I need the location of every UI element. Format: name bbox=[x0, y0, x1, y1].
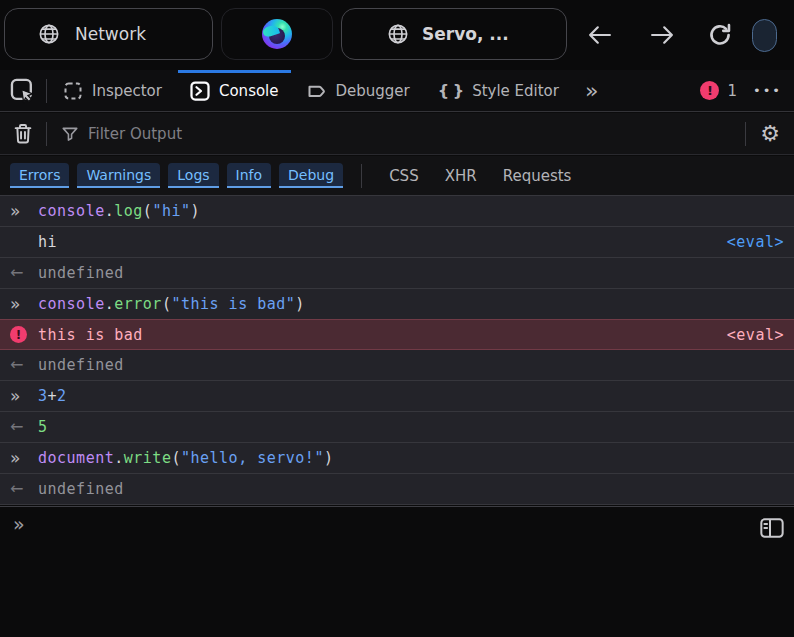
code-token: . bbox=[114, 449, 124, 467]
separator bbox=[46, 79, 47, 103]
node-picker-icon bbox=[10, 78, 36, 104]
console-result-row: ← undefined bbox=[0, 350, 794, 381]
code-token: ) bbox=[191, 202, 201, 220]
forward-button[interactable] bbox=[644, 19, 680, 51]
command-prompt-icon: » bbox=[10, 388, 20, 405]
filter-placeholder: Filter Output bbox=[88, 125, 182, 143]
console-input-area[interactable]: » bbox=[0, 506, 794, 637]
code-token: 2 bbox=[57, 387, 67, 405]
console-command-row: » 3+2 bbox=[0, 381, 794, 412]
tab-label: Style Editor bbox=[472, 82, 559, 100]
tab-label: Servo, ... bbox=[422, 24, 509, 44]
meatball-menu-button[interactable]: ••• bbox=[753, 83, 782, 98]
separator bbox=[361, 164, 362, 188]
return-arrow-icon: ← bbox=[10, 265, 23, 281]
filter-warnings[interactable]: Warnings bbox=[77, 163, 160, 188]
filter-xhr[interactable]: XHR bbox=[436, 167, 486, 185]
code-token: error bbox=[114, 295, 162, 313]
console-log-row: hi <eval> bbox=[0, 227, 794, 258]
back-arrow-icon bbox=[585, 24, 615, 46]
code-token: ( bbox=[162, 295, 172, 313]
separator bbox=[46, 122, 47, 146]
debugger-icon bbox=[307, 81, 327, 101]
tab-debugger[interactable]: Debugger bbox=[295, 70, 422, 111]
reload-icon bbox=[707, 22, 733, 48]
source-location-link[interactable]: <eval> bbox=[727, 233, 784, 251]
split-console-button[interactable] bbox=[760, 507, 794, 539]
return-arrow-icon: ← bbox=[10, 481, 23, 497]
filter-requests[interactable]: Requests bbox=[494, 167, 581, 185]
error-count: 1 bbox=[727, 82, 737, 100]
funnel-icon bbox=[61, 125, 79, 143]
error-count-badge[interactable]: ! bbox=[700, 81, 719, 100]
console-error-row: ! this is bad <eval> bbox=[0, 319, 794, 350]
gear-icon: ⚙ bbox=[760, 123, 780, 145]
console-result-row: ← undefined bbox=[0, 474, 794, 505]
filter-output-input[interactable]: Filter Output bbox=[61, 125, 745, 143]
command-prompt-icon: » bbox=[10, 203, 20, 220]
globe-icon bbox=[38, 23, 60, 45]
inspector-icon bbox=[63, 81, 83, 101]
avatar-button[interactable] bbox=[752, 19, 777, 52]
clear-console-button[interactable] bbox=[0, 123, 46, 145]
code-token: write bbox=[124, 449, 172, 467]
code-token: . bbox=[105, 295, 115, 313]
code-token: "hello, servo!" bbox=[181, 449, 324, 467]
console-command-row: » console.error("this is bad") bbox=[0, 289, 794, 320]
return-arrow-icon: ← bbox=[10, 357, 23, 373]
reload-button[interactable] bbox=[702, 19, 738, 51]
result-value: undefined bbox=[38, 480, 124, 498]
sidebar-toggle-icon bbox=[760, 517, 784, 539]
filter-css[interactable]: CSS bbox=[380, 167, 428, 185]
code-token: "hi" bbox=[152, 202, 190, 220]
forward-arrow-icon bbox=[647, 24, 677, 46]
tab-inspector[interactable]: Inspector bbox=[51, 70, 174, 111]
code-token: . bbox=[105, 202, 115, 220]
settings-gear-button[interactable]: ⚙ bbox=[746, 123, 794, 145]
code-token: console bbox=[38, 202, 105, 220]
error-icon: ! bbox=[10, 326, 27, 343]
return-arrow-icon: ← bbox=[10, 419, 23, 435]
filter-logs[interactable]: Logs bbox=[168, 163, 218, 188]
filter-errors[interactable]: Errors bbox=[10, 163, 69, 188]
tab-label: Inspector bbox=[92, 82, 162, 100]
result-value: undefined bbox=[38, 264, 124, 282]
browser-chrome: Network Servo, ... bbox=[0, 0, 794, 70]
devtools-window: Network Servo, ... bbox=[0, 0, 794, 637]
error-message: this is bad bbox=[38, 326, 143, 344]
filter-debug[interactable]: Debug bbox=[279, 163, 343, 188]
filter-info[interactable]: Info bbox=[227, 163, 272, 188]
input-prompt-icon: » bbox=[0, 507, 25, 534]
log-message: hi bbox=[38, 233, 57, 251]
code-token: ) bbox=[295, 295, 305, 313]
log-level-filter-row: Errors Warnings Logs Info Debug CSS XHR … bbox=[0, 156, 794, 196]
trash-icon bbox=[13, 123, 33, 145]
console-icon bbox=[190, 81, 210, 101]
tab-label: Debugger bbox=[336, 82, 410, 100]
node-picker-button[interactable] bbox=[0, 78, 46, 104]
result-value: undefined bbox=[38, 356, 124, 374]
console-output: » console.log("hi") hi <eval> ← undefine… bbox=[0, 196, 794, 505]
code-token: 3 bbox=[38, 387, 48, 405]
devtools-toolbar: Inspector Console Debugger { } Style Edi… bbox=[0, 70, 794, 112]
console-filter-bar: Filter Output ⚙ bbox=[0, 113, 794, 155]
code-token: ( bbox=[143, 202, 153, 220]
code-token: ( bbox=[171, 449, 181, 467]
browser-tab-network[interactable]: Network bbox=[4, 8, 213, 60]
tab-label: Console bbox=[219, 82, 279, 100]
globe-icon bbox=[387, 23, 409, 45]
code-token: ) bbox=[324, 449, 334, 467]
console-result-row: ← undefined bbox=[0, 258, 794, 289]
more-tabs-chevron[interactable]: » bbox=[577, 78, 606, 103]
code-token: log bbox=[114, 202, 143, 220]
source-location-link[interactable]: <eval> bbox=[727, 326, 784, 344]
command-prompt-icon: » bbox=[10, 296, 20, 313]
result-value: 5 bbox=[38, 418, 48, 436]
tab-console[interactable]: Console bbox=[178, 70, 291, 111]
code-token: "this is bad" bbox=[171, 295, 295, 313]
back-button[interactable] bbox=[582, 19, 618, 51]
console-result-row: ← 5 bbox=[0, 412, 794, 443]
tab-style-editor[interactable]: { } Style Editor bbox=[426, 70, 571, 111]
browser-tab-servo[interactable]: Servo, ... bbox=[341, 8, 567, 60]
browser-tab-firefox[interactable] bbox=[221, 8, 333, 60]
